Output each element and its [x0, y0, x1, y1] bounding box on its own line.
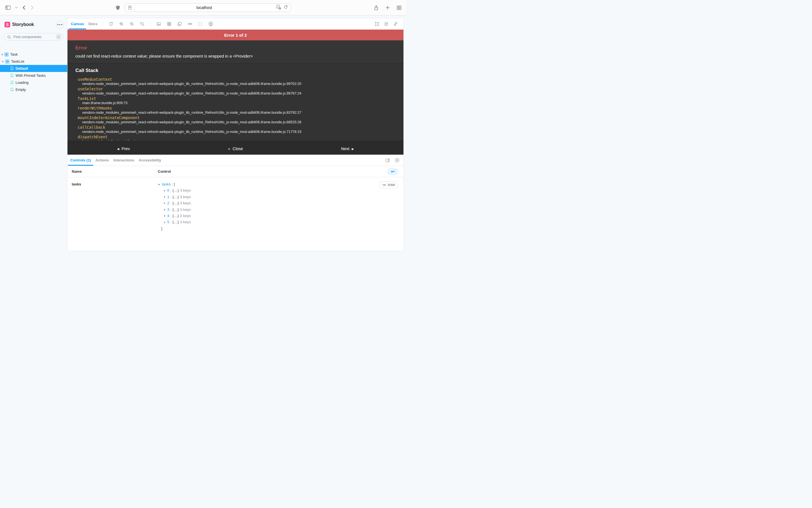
prev-arrow-icon: ◀	[117, 147, 119, 151]
panel-position-icon[interactable]	[385, 158, 390, 163]
json-close-row: ]	[161, 225, 403, 232]
fullscreen-icon[interactable]	[372, 18, 381, 29]
next-error-button[interactable]: Next ▶	[291, 143, 403, 155]
sidebar-item-task[interactable]: Task	[0, 51, 67, 58]
error-title: Error	[75, 45, 396, 51]
stack-scroll-shadow	[68, 140, 403, 143]
stack-frame-loc: vendors-node_modules_pmmmwh_react-refres…	[78, 130, 396, 134]
share-icon[interactable]	[374, 5, 379, 10]
search-input[interactable]	[4, 33, 63, 41]
json-root-row[interactable]: tasks : [	[158, 181, 403, 187]
privacy-shield-icon[interactable]	[116, 5, 120, 10]
bookmark-icon	[10, 88, 13, 91]
sidebar-story-label: Loading	[15, 80, 29, 85]
sidebar-story-with-pinned-tasks[interactable]: With Pinned Tasks	[0, 72, 67, 79]
address-bar[interactable]: localhost A	[125, 3, 291, 12]
zoom-reset-icon[interactable]	[137, 18, 148, 29]
expand-caret-icon[interactable]	[164, 202, 165, 204]
chevron-right-icon[interactable]	[2, 53, 3, 55]
accessibility-icon[interactable]	[206, 18, 216, 29]
reload-icon[interactable]	[284, 5, 288, 10]
stack-frame-fn: mountIndeterminateComponent	[78, 116, 396, 120]
expand-caret-icon[interactable]	[164, 209, 165, 211]
expand-caret-icon[interactable]	[164, 196, 165, 198]
copy-link-icon[interactable]	[391, 18, 400, 29]
json-item-row[interactable]: 4 : {…} 3 keys	[164, 213, 403, 219]
reader-mode-button[interactable]	[125, 4, 135, 11]
tab-controls[interactable]: Controls (1)	[68, 155, 93, 166]
chevron-down-icon[interactable]	[2, 61, 4, 62]
search-shortcut-badge: /	[56, 34, 61, 39]
bookmark-icon	[10, 74, 13, 77]
tab-interactions[interactable]: Interactions	[111, 155, 137, 166]
bookmark-icon	[10, 67, 13, 70]
sidebar-story-label: With Pinned Tasks	[15, 73, 46, 78]
tab-docs[interactable]: Docs	[86, 18, 100, 29]
sidebar-story-loading[interactable]: Loading	[0, 79, 67, 86]
browser-toolbar: localhost A	[0, 0, 406, 15]
svg-text:A: A	[277, 5, 279, 8]
remount-icon[interactable]	[106, 18, 116, 29]
call-stack-title: Call Stack	[75, 68, 396, 73]
error-overlay: Error 1 of 2 Error could not find react-…	[68, 30, 403, 155]
grid-icon[interactable]	[164, 18, 174, 29]
error-banner: Error 1 of 2	[68, 30, 403, 40]
sidebar-toggle-icon[interactable]	[5, 5, 11, 10]
outline-icon[interactable]	[195, 18, 206, 29]
tab-canvas[interactable]: Canvas	[69, 18, 86, 29]
zoom-in-icon[interactable]	[116, 18, 126, 29]
stack-frame-loc: vendors-node_modules_pmmmwh_react-refres…	[78, 111, 396, 115]
expand-caret-icon[interactable]	[164, 221, 165, 223]
stack-frame-loc: vendors-node_modules_pmmmwh_react-refres…	[78, 82, 396, 86]
expand-caret-icon[interactable]	[164, 215, 165, 217]
json-item-row[interactable]: 0 : {…} 3 keys	[164, 187, 403, 194]
collapse-caret-icon[interactable]	[158, 184, 160, 185]
json-item-row[interactable]: 1 : {…} 3 keys	[164, 194, 403, 200]
toolbar-divider	[103, 21, 103, 27]
stack-frame-fn: callCallback	[78, 125, 396, 130]
tasks-json-tree: tasks : [ 0 : {…} 3 keys 1 : {…} 3 keys	[158, 181, 403, 232]
url-text[interactable]: localhost	[135, 5, 274, 10]
component-tree: Task TaskList Default	[0, 51, 67, 93]
stack-frame: callCallback vendors-node_modules_pmmmwh…	[75, 125, 396, 134]
reset-controls-button[interactable]: ↩	[387, 168, 398, 175]
viewport-icon[interactable]	[174, 18, 185, 29]
error-header: Error could not find react-redux context…	[68, 40, 403, 63]
error-nav-footer: ◀ Prev × Close Next ▶	[68, 143, 403, 155]
background-icon[interactable]	[153, 18, 164, 29]
forward-button[interactable]	[30, 5, 34, 10]
stack-frame: renderWithHooks vendors-node_modules_pmm…	[75, 106, 396, 115]
json-item-row[interactable]: 5 : {…} 3 keys	[164, 219, 403, 225]
back-button[interactable]	[22, 5, 26, 10]
preview-card: Canvas Docs	[67, 18, 404, 251]
close-error-button[interactable]: × Close	[179, 143, 292, 155]
new-tab-icon[interactable]	[385, 5, 390, 10]
sidebar-story-empty[interactable]: Empty	[0, 86, 67, 93]
measure-icon[interactable]	[185, 18, 195, 29]
expand-caret-icon[interactable]	[164, 189, 165, 192]
close-panel-icon[interactable]	[395, 158, 400, 163]
tab-overview-icon[interactable]	[397, 5, 402, 10]
sidebar-story-default[interactable]: Default	[0, 65, 67, 72]
stack-frame-fn: useReduxContext	[78, 77, 396, 82]
screen: localhost A	[0, 0, 406, 254]
sidebar-story-label: Empty	[15, 87, 26, 92]
json-item-row[interactable]: 3 : {…} 3 keys	[164, 207, 403, 213]
controls-table-body: tasks tasks : [ 0 : {…} 3 keys	[68, 177, 403, 232]
tab-accessibility[interactable]: Accessibility	[136, 155, 163, 166]
stack-frame: useReduxContext vendors-node_modules_pmm…	[75, 77, 396, 86]
open-new-tab-icon[interactable]	[381, 18, 391, 29]
storybook-logo-icon: S	[4, 22, 10, 27]
addon-panel-tabs: Controls (1) Actions Interactions Access…	[68, 155, 403, 166]
sidebar-menu-button[interactable]: ●●●	[56, 20, 64, 29]
sidebar-item-tasklist[interactable]: TaskList	[0, 58, 67, 65]
prev-error-button[interactable]: ◀ Prev	[68, 143, 179, 155]
json-item-row[interactable]: 2 : {…} 3 keys	[164, 200, 403, 206]
zoom-out-icon[interactable]	[126, 18, 137, 29]
tab-actions[interactable]: Actions	[93, 155, 111, 166]
stack-frame: mountIndeterminateComponent vendors-node…	[75, 116, 396, 124]
chevron-down-icon[interactable]	[15, 6, 18, 9]
stack-frame: TaskList main.iframe.bundle.js:909:73	[75, 96, 396, 105]
translate-icon[interactable]: A	[276, 5, 281, 11]
raw-toggle-button[interactable]: RAW	[379, 181, 398, 188]
